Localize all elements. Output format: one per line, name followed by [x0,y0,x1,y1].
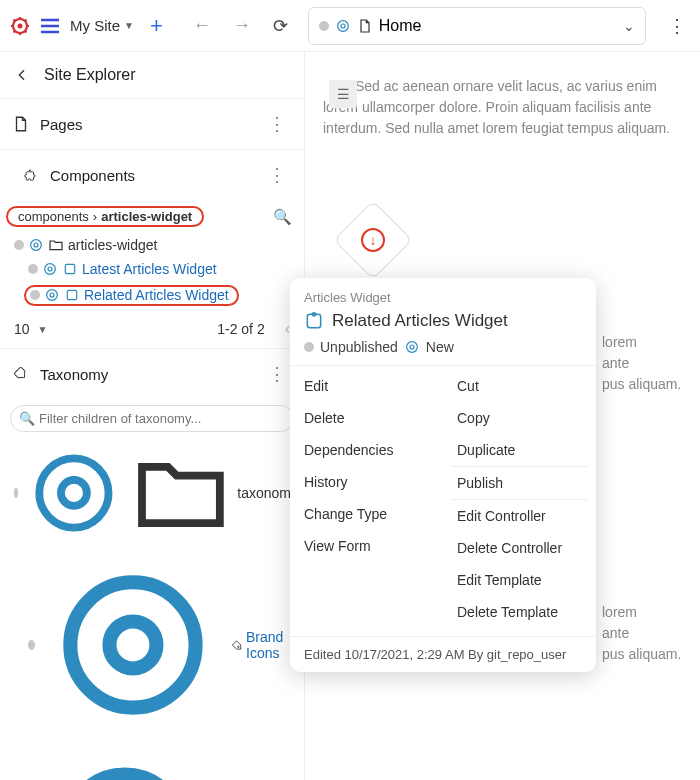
nav-back-icon[interactable]: ← [189,11,215,40]
arrow-down-icon: ↓ [361,228,385,252]
svg-point-3 [341,24,345,28]
status-dot-icon [30,290,40,300]
svg-point-1 [18,23,23,28]
more-icon[interactable]: ⋮ [662,11,692,41]
menu-item-cut[interactable]: Cut [443,370,596,402]
create-button[interactable]: + [142,13,171,39]
svg-point-7 [48,267,52,271]
gear-icon [335,18,351,34]
popup-footer: Edited 10/17/2021, 2:29 AM By git_repo_u… [290,636,596,672]
gear-icon [28,237,44,253]
svg-rect-8 [65,264,74,273]
page-icon [357,18,373,34]
tree-folder[interactable]: taxonomy [0,438,304,548]
components-pager: 10 ▼ 1-2 of 2 ‹ [0,310,304,348]
puzzle-icon [304,311,324,331]
more-icon[interactable]: ⋮ [262,359,292,389]
tag-icon [12,365,30,383]
menu-item-copy[interactable]: Copy [443,402,596,434]
svg-point-4 [31,240,42,251]
tree-folder[interactable]: articles-widget [0,233,304,257]
menu-item-delete-controller[interactable]: Delete Controller [443,532,596,564]
svg-rect-11 [67,290,76,299]
menu-item-edit-template[interactable]: Edit Template [443,564,596,596]
status-dot-icon [14,240,24,250]
more-icon[interactable]: ⋮ [262,109,292,139]
menu-item-dependencies[interactable]: Dependencies [290,434,443,466]
page-icon [12,115,30,133]
breadcrumb: components › articles-widget 🔍 [0,200,304,233]
app-logo-icon [8,14,32,38]
menu-item-delete-template[interactable]: Delete Template [443,596,596,628]
tree-item[interactable]: Latest Articles Widget [0,257,304,281]
tree-item-selected[interactable]: Related Articles Widget [0,281,304,310]
section-taxonomy[interactable]: Taxonomy ⋮ [0,348,304,399]
gear-icon [404,339,420,355]
site-explorer-header: Site Explorer [0,52,304,98]
caret-down-icon: ▼ [124,20,134,31]
tree-item[interactable]: Categories [0,742,304,780]
svg-point-9 [47,290,58,301]
menu-item-duplicate[interactable]: Duplicate [451,434,588,467]
chevron-right-icon: › [93,209,97,224]
svg-point-36 [407,342,418,353]
status-dot-icon [319,21,329,31]
main-menu-icon[interactable] [38,14,62,38]
drop-target-icon[interactable]: ↓ [333,200,412,279]
status-dot-icon [28,264,38,274]
refresh-icon[interactable]: ⟳ [269,11,292,41]
folder-icon [129,441,233,545]
status-dot-icon [14,488,18,498]
puzzle-icon [64,287,80,303]
section-pages[interactable]: Pages ⋮ [0,98,304,149]
svg-point-10 [50,293,54,297]
more-icon[interactable]: ⋮ [262,160,292,190]
site-dropdown[interactable]: My Site ▼ [68,13,136,38]
gear-icon [42,261,58,277]
tree-item[interactable]: Brand Icons [0,548,304,742]
menu-item-delete[interactable]: Delete [290,402,443,434]
svg-point-16 [238,646,239,647]
section-components[interactable]: Components ⋮ [0,149,304,200]
menu-item-edit[interactable]: Edit [290,370,443,402]
gear-icon [39,551,227,739]
svg-point-13 [61,480,87,506]
puzzle-icon [22,166,40,184]
content-paragraph: ☰ Sed ac aenean ornare velit lacus, ac v… [323,76,682,139]
svg-point-6 [45,264,56,275]
back-icon[interactable] [14,67,30,83]
popup-title: Related Articles Widget [304,311,582,331]
svg-point-17 [67,774,183,780]
gear-icon [22,441,126,545]
nav-forward-icon[interactable]: → [229,11,255,40]
gear-icon [44,287,60,303]
tab-label: Home [379,17,422,35]
menu-item-change-type[interactable]: Change Type [290,498,443,530]
svg-point-37 [410,345,414,349]
drag-handle-icon[interactable]: ☰ [329,80,357,108]
svg-point-12 [39,458,108,527]
svg-point-15 [109,621,156,668]
popup-subtitle: Articles Widget [304,290,582,305]
status-dot-icon [304,342,314,352]
menu-item-history[interactable]: History [290,466,443,498]
caret-down-icon[interactable]: ▼ [38,324,48,335]
menu-item-publish[interactable]: Publish [451,467,588,500]
site-name: My Site [70,17,120,34]
popup-status: Unpublished New [304,339,582,355]
gear-icon [38,745,212,780]
puzzle-icon [62,261,78,277]
menu-item-edit-controller[interactable]: Edit Controller [443,500,596,532]
svg-point-14 [70,582,195,707]
search-icon: 🔍 [19,411,35,426]
search-icon[interactable]: 🔍 [273,208,292,226]
menu-item-view-form[interactable]: View Form [290,530,443,562]
chevron-down-icon[interactable]: ⌄ [623,18,635,34]
taxonomy-filter-input[interactable] [10,405,294,432]
context-menu-popup: Articles Widget Related Articles Widget … [290,278,596,672]
folder-icon [48,237,64,253]
tag-icon [228,639,244,650]
active-tab[interactable]: Home ⌄ [308,7,646,45]
svg-point-5 [34,243,38,247]
svg-point-2 [337,20,348,31]
